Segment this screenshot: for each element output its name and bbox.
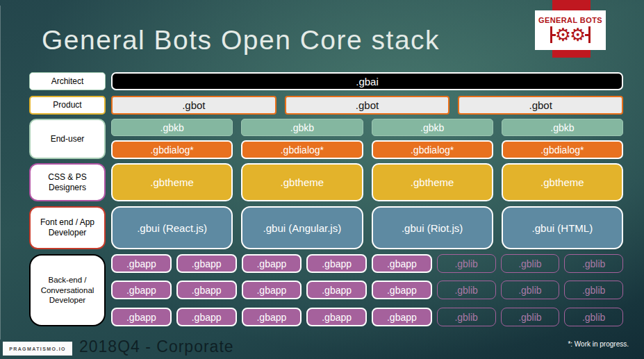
block-gbapp: .gbapp bbox=[306, 308, 367, 326]
block-gbtheme: .gbtheme bbox=[241, 163, 363, 201]
block-gbkb: .gbkb bbox=[111, 119, 233, 136]
block-gblib: .gblib bbox=[501, 281, 560, 299]
role-label-end-user: End-user bbox=[29, 119, 106, 159]
general-bots-logo: GENERAL BOTS ⚙ ⚙ bbox=[535, 10, 606, 50]
block-gblib: .gblib bbox=[501, 308, 560, 326]
block-gbapp: .gbapp bbox=[242, 281, 302, 299]
pragmatismo-logo: PRAGMATISMO.IO bbox=[3, 342, 72, 356]
block-gbdialog: .gbdialog* bbox=[241, 140, 363, 159]
block-gbtheme: .gbtheme bbox=[502, 163, 623, 201]
block-gbai: .gbai bbox=[111, 72, 623, 90]
gear-icon: ⚙ bbox=[555, 26, 571, 44]
block-gbapp: .gbapp bbox=[372, 254, 432, 273]
block-gbkb: .gbkb bbox=[372, 119, 493, 136]
block-gbapp: .gbapp bbox=[306, 281, 367, 299]
block-gbdialog: .gbdialog* bbox=[111, 140, 233, 159]
block-gbdialog: .gbdialog* bbox=[372, 140, 493, 159]
row-gbapp-3: .gbapp.gbapp.gbapp.gbapp.gbapp.gblib.gbl… bbox=[111, 308, 623, 326]
row-gbdialog: .gbdialog*.gbdialog*.gbdialog*.gbdialog* bbox=[111, 140, 623, 159]
row-gbkb: .gbkb.gbkb.gbkb.gbkb bbox=[111, 119, 623, 136]
block-gbapp: .gbapp bbox=[242, 308, 302, 326]
block-gbtheme: .gbtheme bbox=[111, 163, 233, 201]
block-gblib: .gblib bbox=[564, 281, 623, 299]
block-gblib: .gblib bbox=[564, 254, 623, 273]
row-gbot: .gbot.gbot.gbot bbox=[111, 96, 623, 115]
pragmatismo-logo-text: PRAGMATISMO.IO bbox=[9, 347, 66, 351]
block-gbui: .gbui (Angular.js) bbox=[241, 206, 363, 249]
row-gbapp-1: .gbapp.gbapp.gbapp.gbapp.gbapp.gblib.gbl… bbox=[111, 254, 623, 273]
block-gbapp: .gbapp bbox=[176, 308, 237, 326]
role-label-back-end-developer: Back-end / Conversational Developer bbox=[29, 254, 106, 326]
block-gbapp: .gbapp bbox=[306, 254, 367, 273]
role-label-css-ps-designers: CSS & PS Designers bbox=[29, 163, 106, 201]
role-label-product: Product bbox=[29, 96, 106, 115]
block-gbapp: .gbapp bbox=[111, 308, 172, 326]
block-gbui: .gbui (Riot.js) bbox=[372, 206, 493, 249]
gear-bar-right-icon bbox=[588, 26, 591, 43]
block-gbkb: .gbkb bbox=[502, 119, 623, 136]
block-gbdialog: .gbdialog* bbox=[502, 140, 623, 159]
block-gbapp: .gbapp bbox=[242, 254, 302, 273]
block-gbot: .gbot bbox=[285, 96, 450, 115]
block-gblib: .gblib bbox=[437, 308, 496, 326]
block-gblib: .gblib bbox=[437, 254, 496, 273]
block-gbapp: .gbapp bbox=[176, 281, 237, 299]
block-gbapp: .gbapp bbox=[372, 308, 432, 326]
work-in-progress-note: *: Work in progress. bbox=[568, 340, 629, 348]
block-gbapp: .gbapp bbox=[111, 254, 172, 273]
block-gblib: .gblib bbox=[501, 254, 560, 273]
block-gbapp: .gbapp bbox=[111, 281, 172, 299]
block-gbtheme: .gbtheme bbox=[372, 163, 493, 201]
gears-icon: ⚙ ⚙ bbox=[550, 25, 591, 44]
row-gbapp-2: .gbapp.gbapp.gbapp.gbapp.gbapp.gblib.gbl… bbox=[111, 281, 623, 299]
gear-icon: ⚙ bbox=[570, 26, 586, 44]
row-gbtheme: .gbtheme.gbtheme.gbtheme.gbtheme bbox=[111, 163, 623, 201]
block-gbapp: .gbapp bbox=[176, 254, 237, 273]
block-gbui: .gbui (React.js) bbox=[111, 206, 233, 249]
row-gbai: .gbai bbox=[111, 72, 623, 90]
block-gbot: .gbot bbox=[458, 96, 623, 115]
page-title: General Bots Open Core stack bbox=[42, 25, 440, 56]
row-gbui: .gbui (React.js).gbui (Angular.js).gbui … bbox=[111, 206, 623, 249]
block-gbapp: .gbapp bbox=[372, 281, 432, 299]
role-label-architect: Architect bbox=[29, 72, 106, 90]
block-gbui: .gbui (HTML) bbox=[502, 206, 623, 249]
block-gbot: .gbot bbox=[111, 96, 276, 115]
logo-text: GENERAL BOTS bbox=[538, 16, 602, 24]
block-gblib: .gblib bbox=[437, 281, 496, 299]
role-label-front-end-developer: Font end / App Developer bbox=[29, 206, 106, 249]
block-gbkb: .gbkb bbox=[241, 119, 363, 136]
slide-edge-line bbox=[0, 6, 1, 340]
block-gblib: .gblib bbox=[564, 308, 623, 326]
footer-text: 2018Q4 - Corporate bbox=[79, 337, 234, 356]
